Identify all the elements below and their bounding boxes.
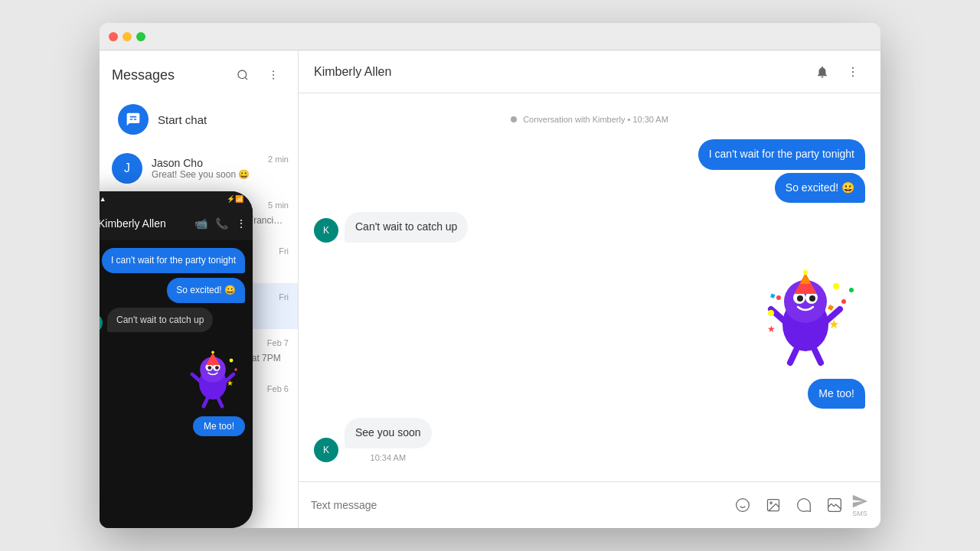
message-time: 10:34 AM	[345, 453, 432, 462]
phone-status-bar: ▲▲▲ ⚡📶	[100, 191, 253, 207]
contact-name: Jason Cho	[152, 157, 286, 169]
input-area: SMS	[299, 481, 880, 528]
input-icons: SMS	[729, 491, 868, 519]
me-too-row: Me too!	[314, 379, 865, 409]
message-bubble: Me too!	[808, 379, 865, 409]
chat-more-options[interactable]	[841, 60, 865, 84]
svg-text:★: ★	[828, 318, 839, 331]
attach-button[interactable]	[760, 491, 787, 519]
phone-message-bubble: I can't wait for the party tonight	[102, 248, 245, 273]
sticker-monster: ★ ★	[744, 252, 859, 367]
sidebar-icons	[230, 63, 286, 87]
sidebar-title: Messages	[112, 67, 175, 83]
phone-header-icons: 📹 📞 ⋮	[194, 217, 247, 230]
svg-point-5	[852, 67, 854, 68]
phone-contact-name: Kimberly Allen	[100, 217, 190, 230]
phone-me-too: Me too!	[193, 416, 245, 436]
chat-contact-name: Kimberly Allen	[314, 65, 391, 79]
sent-bubbles-group: I can't wait for the party tonight So ex…	[698, 139, 865, 203]
svg-point-21	[833, 283, 839, 289]
close-button[interactable]	[109, 32, 118, 41]
svg-point-40	[207, 367, 211, 370]
conversation-text: Conversation with Kimberly • 10:30 AM	[523, 115, 668, 124]
svg-line-20	[815, 350, 821, 363]
traffic-lights	[109, 32, 145, 41]
sticker-row: ★ ★	[314, 252, 865, 370]
phone-overlay: ▲▲▲ ⚡📶 ← Kimberly Allen 📹 📞 ⋮ I can't wa…	[100, 191, 276, 528]
svg-text:★: ★	[227, 379, 234, 387]
start-chat-button[interactable]: Start chat	[106, 96, 292, 142]
messages-area: Conversation with Kimberly • 10:30 AM I …	[299, 93, 880, 481]
svg-point-16	[803, 270, 808, 275]
phone-avatar	[100, 314, 103, 332]
avatar: J	[112, 153, 142, 184]
message-bubble: Can't wait to catch up	[345, 212, 468, 243]
received-avatar: K	[314, 438, 338, 462]
svg-point-23	[849, 288, 854, 292]
mac-window: Messages	[100, 23, 880, 528]
conversation-label: Conversation with Kimberly • 10:30 AM	[314, 115, 865, 124]
image-button[interactable]	[821, 491, 848, 519]
phone-received-row: Can't wait to catch up	[100, 308, 245, 333]
contact-time: 2 min	[268, 155, 289, 164]
phone-sticker-area: ★	[100, 337, 245, 412]
svg-rect-24	[828, 305, 834, 311]
svg-line-47	[218, 399, 222, 406]
svg-point-25	[776, 295, 781, 300]
message-row-sent: I can't wait for the party tonight So ex…	[314, 139, 865, 203]
phone-sticker: ★	[176, 340, 245, 409]
emoji-button[interactable]	[729, 491, 756, 519]
svg-point-2	[273, 70, 274, 72]
svg-point-34	[770, 502, 773, 504]
svg-point-4	[273, 78, 274, 80]
svg-point-6	[852, 70, 854, 72]
svg-point-13	[809, 295, 815, 302]
svg-point-7	[852, 75, 854, 77]
maximize-button[interactable]	[136, 32, 145, 41]
svg-point-30	[737, 499, 750, 512]
minimize-button[interactable]	[122, 32, 132, 41]
svg-line-44	[192, 374, 200, 381]
voice-call-icon[interactable]: 📞	[215, 217, 228, 230]
contact-info: Jason Cho Great! See you soon 😀	[152, 157, 286, 180]
phone-header: ← Kimberly Allen 📹 📞 ⋮	[100, 207, 253, 240]
message-bubble: I can't wait for the party tonight	[698, 139, 865, 170]
title-bar	[100, 23, 880, 51]
svg-point-48	[230, 359, 234, 363]
start-chat-icon	[118, 104, 149, 135]
contact-time: Fri	[279, 246, 289, 256]
message-bubble: So excited! 😀	[775, 173, 865, 204]
svg-text:★: ★	[767, 324, 776, 334]
send-button[interactable]: SMS	[851, 493, 868, 517]
phone-more-icon[interactable]: ⋮	[236, 217, 247, 230]
phone-shell: ▲▲▲ ⚡📶 ← Kimberly Allen 📹 📞 ⋮ I can't wa…	[100, 191, 253, 528]
svg-point-22	[841, 299, 846, 304]
more-options-button[interactable]	[261, 63, 286, 87]
search-button[interactable]	[230, 63, 255, 87]
message-bubble: See you soon	[345, 418, 432, 448]
video-call-icon[interactable]: 📹	[194, 217, 207, 230]
send-label: SMS	[852, 510, 867, 517]
sticker-button[interactable]	[790, 491, 818, 519]
svg-point-41	[215, 367, 219, 370]
phone-status-text: ▲▲▲	[100, 195, 106, 203]
sidebar-header: Messages	[100, 51, 298, 93]
notification-button[interactable]	[810, 60, 835, 84]
start-chat-label: Start chat	[158, 113, 207, 126]
svg-rect-27	[770, 293, 775, 298]
svg-marker-15	[800, 273, 811, 284]
svg-point-26	[768, 310, 774, 316]
see-you-soon-row: K See you soon 10:34 AM	[314, 418, 865, 462]
svg-point-3	[273, 74, 274, 76]
svg-point-43	[211, 351, 214, 354]
contact-time: Fri	[279, 292, 289, 302]
chat-header: Kimberly Allen	[299, 51, 880, 93]
contact-item-jason-cho[interactable]: J Jason Cho Great! See you soon 😀 2 min	[100, 145, 298, 191]
svg-line-46	[204, 399, 207, 406]
svg-point-0	[238, 70, 247, 79]
message-input[interactable]	[311, 499, 723, 511]
contact-preview: Great! See you soon 😀	[152, 169, 286, 180]
svg-line-19	[790, 350, 796, 363]
message-row-received: K Can't wait to catch up	[314, 212, 865, 243]
phone-status-icons: ⚡📶	[227, 195, 243, 203]
